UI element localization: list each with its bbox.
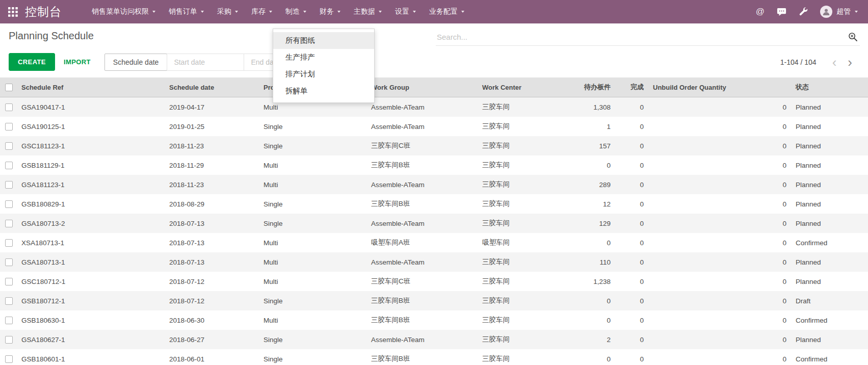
column-header-done[interactable]: 完成 [617,77,650,97]
nav-menu-6[interactable]: 财务 [313,0,347,23]
row-checkbox[interactable] [5,181,13,189]
create-button[interactable]: CREATE [9,53,55,71]
column-header-unbuild_qty[interactable]: Unbuild Order Quantity [650,77,793,97]
nav-menu-4[interactable]: 库存 [245,0,279,23]
apps-grid-icon[interactable] [8,7,18,17]
cell-work_center: 三胶车间 [479,349,556,365]
pager-next-button[interactable]: › [842,58,858,67]
row-select-cell [0,97,18,117]
table-row[interactable]: XSA180713-12018-07-13Multi吸塑车间A班吸塑车间000C… [0,233,868,252]
row-checkbox[interactable] [5,142,13,150]
table-row[interactable]: GSC180712-12018-07-12Multi三胶车间C班三胶车间1,23… [0,272,868,291]
table-row[interactable]: GSB180829-12018-08-29Single三胶车间B班三胶车间120… [0,194,868,214]
row-checkbox[interactable] [5,336,13,344]
table-row[interactable]: GSB180712-12018-07-12Single三胶车间B班三胶车间000… [0,291,868,310]
cell-production_mode: Multi [260,310,368,330]
table-row[interactable]: GSA190417-12019-04-17MultiAssemble-ATeam… [0,97,868,117]
search-icon[interactable] [848,32,858,42]
row-checkbox[interactable] [5,103,13,111]
tools-icon[interactable] [799,7,808,16]
nav-menu-9[interactable]: 业务配置 [423,0,471,23]
cell-status: Confirmed [793,349,868,365]
cell-work_center: 三胶车间 [479,330,556,349]
column-header-work_center[interactable]: Work Center [479,77,556,97]
nav-menu-1[interactable]: 销售菜单访问权限 [85,0,162,23]
cell-unbuild_qty: 0 [650,349,793,365]
cell-unbuild_qty: 0 [650,310,793,330]
nav-menu-3[interactable]: 采购 [211,0,245,23]
column-header-status[interactable]: 状态 [793,77,868,97]
select-all-checkbox[interactable] [5,84,13,91]
row-checkbox[interactable] [5,200,13,208]
dropdown-item-2[interactable]: 生产排产 [273,49,374,66]
nav-menu-5[interactable]: 制造 [279,0,313,23]
cell-schedule_date: 2018-07-12 [166,272,260,291]
import-button[interactable]: IMPORT [64,58,91,66]
nav-menu-label: 制造 [285,7,300,16]
start-date-input[interactable] [167,54,244,71]
mentions-icon[interactable]: @ [756,7,765,17]
user-menu[interactable]: 超管 [820,6,858,18]
table-row[interactable]: GSB180630-12018-06-30Multi三胶车间B班三胶车间000C… [0,310,868,330]
dropdown-item-4[interactable]: 拆解单 [273,83,374,99]
row-checkbox[interactable] [5,355,13,363]
table-row[interactable]: GSB180601-12018-06-01Single三胶车间B班三胶车间000… [0,349,868,365]
chevron-down-icon [152,11,155,13]
cell-work_center: 三胶车间 [479,272,556,291]
cell-done: 0 [617,155,650,175]
cell-schedule_date: 2018-07-12 [166,291,260,310]
app-title[interactable]: 控制台 [25,4,62,20]
table-row[interactable]: GSA190125-12019-01-25SingleAssemble-ATea… [0,117,868,136]
cell-done: 0 [617,233,650,252]
page-title: Planning Schedule [9,30,94,46]
chat-icon[interactable] [777,8,786,16]
schedule-date-button[interactable]: Schedule date [104,54,168,71]
row-checkbox[interactable] [5,123,13,131]
cell-pending_panels: 12 [556,194,617,214]
row-checkbox[interactable] [5,297,13,305]
cell-production_mode: Single [260,349,368,365]
cell-work_group: Assemble-ATeam [368,330,479,349]
row-checkbox[interactable] [5,278,13,285]
cell-schedule_date: 2018-07-13 [166,233,260,252]
cell-production_mode: Single [260,136,368,155]
table-row[interactable]: GSA180713-22018-07-13SingleAssemble-ATea… [0,214,868,233]
row-checkbox[interactable] [5,258,13,266]
row-checkbox[interactable] [5,317,13,324]
column-header-schedule_date[interactable]: Schedule date [166,77,260,97]
dropdown-item-3[interactable]: 排产计划 [273,66,374,83]
cell-schedule_ref: GSB180712-1 [18,291,166,310]
cell-done: 0 [617,175,650,194]
column-header-work_group[interactable]: Work Group [368,77,479,97]
row-checkbox[interactable] [5,220,13,227]
cell-schedule_ref: GSA190125-1 [18,117,166,136]
nav-menu-2[interactable]: 销售订单 [162,0,211,23]
chevron-down-icon [413,11,416,13]
control-panel: Planning Schedule [0,23,868,48]
row-checkbox[interactable] [5,239,13,247]
column-header-schedule_ref[interactable]: Schedule Ref [18,77,166,97]
row-checkbox[interactable] [5,162,13,169]
cell-schedule_date: 2018-11-29 [166,155,260,175]
table-row[interactable]: GSB181129-12018-11-29Multi三胶车间B班三胶车间000P… [0,155,868,175]
select-all-header[interactable] [0,77,18,97]
dropdown-item-1[interactable]: 所有图纸 [273,32,374,49]
table-row[interactable]: GSC181123-12018-11-23Single三胶车间C班三胶车间157… [0,136,868,155]
nav-menu-8[interactable]: 设置 [388,0,423,23]
table-row[interactable]: GSA180627-12018-06-27SingleAssemble-ATea… [0,330,868,349]
cell-production_mode: Multi [260,272,368,291]
pager-previous-button[interactable]: ‹ [827,58,843,67]
cell-schedule_ref: GSB180601-1 [18,349,166,365]
search-input[interactable] [437,33,848,41]
cell-done: 0 [617,349,650,365]
nav-menu-label: 业务配置 [429,7,458,16]
cell-pending_panels: 1,308 [556,97,617,117]
nav-menu-7[interactable]: 主数据 [347,0,388,23]
table-row[interactable]: GSA181123-12018-11-23MultiAssemble-ATeam… [0,175,868,194]
cell-schedule_date: 2018-06-27 [166,330,260,349]
table-row[interactable]: GSA180713-12018-07-13MultiAssemble-ATeam… [0,252,868,272]
cell-status: Planned [793,272,868,291]
cell-schedule_date: 2018-08-29 [166,194,260,214]
search-bar [436,32,860,46]
column-header-pending_panels[interactable]: 待办板件 [556,77,617,97]
